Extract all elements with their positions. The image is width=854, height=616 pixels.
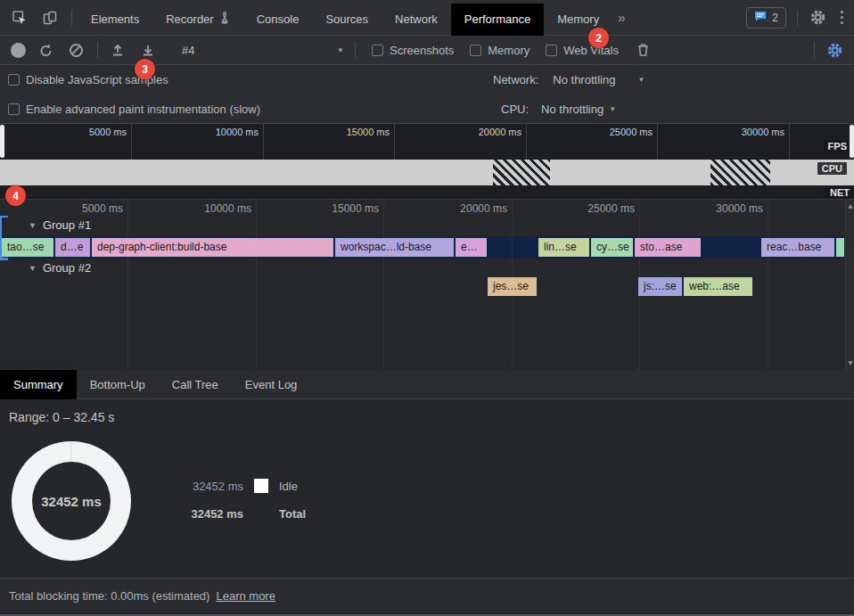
flame-bar[interactable]: reac…base: [761, 238, 834, 257]
devtools-window: ElementsRecorderConsoleSourcesNetworkPer…: [0, 0, 854, 616]
checkbox-icon: [372, 45, 383, 56]
legend-value: 32452 ms: [185, 480, 243, 493]
cpu-busy-hatch: [493, 160, 550, 185]
memory-checkbox[interactable]: Memory: [470, 44, 530, 57]
download-profile-icon[interactable]: [137, 39, 159, 61]
option-row-paint: Enable advanced paint instrumentation (s…: [0, 94, 854, 124]
tab-summary[interactable]: Summary: [0, 370, 77, 399]
divider: [814, 42, 815, 58]
flame-group-header-group-1[interactable]: ▼Group #1: [29, 218, 91, 232]
inspect-element-icon[interactable]: [9, 7, 30, 29]
gear-icon[interactable]: [807, 7, 828, 29]
fps-track-label: FPS: [824, 140, 851, 152]
reload-and-record-icon[interactable]: [35, 39, 56, 61]
checkbox-icon: [8, 103, 20, 115]
tab-elements[interactable]: Elements: [78, 4, 152, 36]
chevron-down-icon[interactable]: ▼: [609, 105, 616, 113]
flame-bar[interactable]: workspac…ld-base: [335, 238, 454, 257]
tab-sources[interactable]: Sources: [312, 4, 382, 36]
overview-tick: [657, 124, 658, 160]
divider: [71, 10, 72, 26]
tab-console[interactable]: Console: [243, 4, 313, 36]
donut-total-label: 32452 ms: [12, 441, 131, 561]
scroll-up-icon[interactable]: [848, 204, 853, 209]
range-handle-right[interactable]: [850, 125, 854, 158]
devtools-tabbar: ElementsRecorderConsoleSourcesNetworkPer…: [0, 0, 854, 36]
checkbox-label: Memory: [488, 44, 530, 57]
flame-bar[interactable]: [836, 238, 844, 257]
flame-bar[interactable]: js:…se: [638, 277, 682, 296]
tab-event-log[interactable]: Event Log: [232, 370, 311, 399]
flame-bar[interactable]: lin…se: [538, 238, 589, 257]
flame-group-header-group-2[interactable]: ▼Group #2: [29, 261, 91, 275]
trash-icon[interactable]: [633, 39, 654, 61]
flame-bar[interactable]: web:…ase: [684, 277, 752, 296]
tab-network[interactable]: Network: [382, 4, 451, 36]
option-row-js-samples: Disable JavaScript samples Network: No t…: [0, 65, 854, 94]
net-track: NET: [0, 185, 854, 200]
capture-settings-gear-icon[interactable]: [824, 39, 845, 61]
screenshots-checkbox[interactable]: Screenshots: [372, 44, 454, 57]
cpu-throttle-value[interactable]: No throttling: [541, 103, 604, 116]
tab-label: Console: [257, 12, 300, 26]
tab-label: Network: [395, 12, 438, 26]
legend-row-idle: 32452 msIdle: [185, 479, 298, 493]
checkbox-label: Screenshots: [390, 44, 454, 57]
summary-pane: Range: 0 – 32.45 s 32452 ms 32452 msIdle…: [0, 399, 854, 578]
checkbox-icon: [546, 45, 557, 56]
flame-bar[interactable]: tao…se: [2, 238, 53, 257]
flame-bar[interactable]: sto…ase: [635, 238, 701, 257]
upload-profile-icon[interactable]: [107, 39, 128, 61]
flame-gridline: [127, 200, 128, 370]
web-vitals-checkbox[interactable]: Web Vitals: [546, 44, 619, 57]
flame-bar[interactable]: cy…se: [591, 238, 633, 257]
tab-label: Memory: [557, 12, 599, 26]
cpu-throttle-label: CPU:: [501, 103, 529, 116]
more-tabs-chevron[interactable]: »: [618, 10, 625, 25]
step-badge-3: 3: [135, 59, 155, 79]
chevron-down-icon[interactable]: ▼: [637, 76, 645, 84]
flame-bar[interactable]: dep-graph-client:build-base: [92, 238, 333, 257]
flame-group-name: Group #2: [43, 261, 91, 275]
total-blocking-time-text: Total blocking time: 0.00ms (estimated): [9, 589, 209, 603]
scroll-down-icon[interactable]: [848, 361, 853, 365]
flame-tick-label: 30000 ms: [688, 202, 763, 215]
tab-recorder[interactable]: Recorder: [152, 4, 242, 36]
tab-call-tree[interactable]: Call Tree: [159, 370, 232, 399]
flame-tick-label: 15000 ms: [304, 202, 379, 215]
footer-status-bar: Total blocking time: 0.00ms (estimated) …: [0, 578, 854, 612]
checkbox-icon: [8, 74, 20, 86]
legend-label: Idle: [279, 480, 298, 493]
advanced-paint-checkbox[interactable]: Enable advanced paint instrumentation (s…: [8, 103, 260, 116]
range-handle-left[interactable]: [0, 125, 4, 158]
overview-tick-label: 25000 ms: [578, 127, 653, 137]
checkbox-label: Enable advanced paint instrumentation (s…: [26, 103, 260, 116]
recording-select[interactable]: #4 ▼: [182, 44, 344, 57]
device-toolbar-icon[interactable]: [39, 7, 61, 29]
flame-bar[interactable]: jes…se: [488, 277, 537, 296]
legend-label: Total: [279, 507, 306, 521]
timeline-overview[interactable]: FPS CPU 5000 ms10000 ms15000 ms20000 ms2…: [0, 124, 854, 185]
range-text: Range: 0 – 32.45 s: [9, 410, 114, 424]
issues-button[interactable]: 2: [746, 7, 786, 29]
flame-gridline: [256, 200, 257, 370]
cpu-activity-band: [0, 160, 854, 185]
clear-recording-icon[interactable]: [65, 39, 86, 61]
tab-label: Performance: [464, 12, 530, 26]
flame-tick-label: 20000 ms: [432, 202, 507, 215]
kebab-menu-icon[interactable]: [841, 11, 843, 24]
flame-tick-label: 10000 ms: [177, 202, 251, 215]
flame-bar[interactable]: d…e: [55, 238, 90, 257]
flame-bar[interactable]: e…: [456, 238, 487, 257]
flame-chart[interactable]: 5000 ms10000 ms15000 ms20000 ms25000 ms3…: [0, 200, 854, 370]
network-throttle-value[interactable]: No throttling: [553, 73, 615, 86]
issues-count: 2: [772, 12, 778, 24]
learn-more-link[interactable]: Learn more: [216, 589, 275, 603]
tab-performance[interactable]: Performance: [451, 4, 544, 36]
legend-swatch: [254, 479, 268, 493]
record-button[interactable]: [11, 43, 26, 58]
flame-scrollbar[interactable]: [845, 200, 854, 370]
overview-tick-label: 5000 ms: [52, 127, 127, 137]
tab-bottom-up[interactable]: Bottom-Up: [77, 370, 159, 399]
window-bottom-strip: [0, 612, 854, 616]
